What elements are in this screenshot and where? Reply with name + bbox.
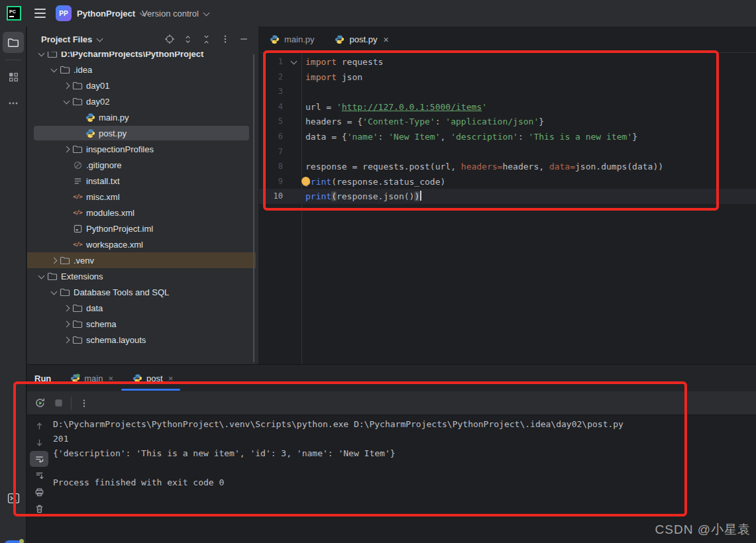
pycharm-logo-icon[interactable]: PC bbox=[7, 6, 21, 21]
close-tab-icon[interactable]: × bbox=[383, 34, 388, 45]
down-stacktrace-button[interactable] bbox=[30, 434, 48, 450]
code-line-2[interactable]: 2import json bbox=[259, 70, 756, 85]
code-line-4[interactable]: 4url = 'http://127.0.0.1:5000/items' bbox=[259, 99, 756, 115]
run-tab-label: post bbox=[146, 373, 163, 383]
version-control-menu[interactable]: Version control bbox=[142, 0, 209, 26]
scroll-end-icon bbox=[34, 471, 44, 481]
project-selector[interactable]: PythonProject bbox=[77, 0, 145, 26]
tree-item-idea[interactable]: .idea bbox=[27, 62, 258, 77]
hide-panel-button[interactable] bbox=[238, 34, 249, 45]
code-line-6[interactable]: 6data = {'name': 'New Item', 'descriptio… bbox=[259, 129, 756, 144]
chevron-right-icon[interactable] bbox=[64, 337, 69, 342]
locate-icon bbox=[164, 34, 175, 44]
run-options-button[interactable] bbox=[77, 396, 91, 411]
python-file-icon bbox=[335, 34, 345, 45]
project-view-selector[interactable]: Project Files bbox=[41, 34, 102, 44]
run-toolwindow-button[interactable] bbox=[4, 540, 23, 543]
chevron-down-icon bbox=[203, 11, 209, 16]
structure-toolwindow-button[interactable] bbox=[3, 66, 24, 87]
console-output[interactable]: D:\PycharmProjects\PythonProject\.venv\S… bbox=[53, 410, 742, 536]
tree-item-pythonproject-iml[interactable]: PythonProject.iml bbox=[27, 221, 258, 236]
run-tab-post[interactable]: post × bbox=[132, 373, 173, 383]
tree-item-workspace-xml[interactable]: </>workspace.xml bbox=[27, 236, 258, 252]
tree-item-database-tools-and-sql[interactable]: Database Tools and SQL bbox=[27, 284, 258, 300]
tab-main-py[interactable]: main.py bbox=[259, 26, 325, 52]
chevron-right-icon[interactable] bbox=[51, 258, 56, 263]
locate-file-button[interactable] bbox=[164, 34, 175, 45]
project-badge[interactable]: PP bbox=[56, 5, 72, 21]
project-toolwindow-button[interactable] bbox=[3, 32, 24, 53]
line-number[interactable]: 7 bbox=[259, 144, 283, 160]
up-stacktrace-button[interactable] bbox=[30, 418, 48, 434]
tree-item-schema-layouts[interactable]: schema.layouts bbox=[27, 332, 258, 348]
code-editor[interactable]: 1import requests2import json34url = 'htt… bbox=[259, 53, 756, 364]
code-line-8[interactable]: 8response = requests.post(url, headers=h… bbox=[259, 159, 756, 174]
tree-item-day01[interactable]: day01 bbox=[27, 77, 258, 93]
tree-item-modules-xml[interactable]: </>modules.xml bbox=[27, 205, 258, 221]
tree-item-main-py[interactable]: main.py bbox=[27, 109, 258, 125]
project-view-title: Project Files bbox=[41, 34, 92, 44]
fold-chevron-icon[interactable] bbox=[291, 59, 296, 64]
python-run-icon bbox=[70, 373, 80, 383]
chevron-right-icon[interactable] bbox=[64, 83, 69, 88]
stop-button[interactable] bbox=[51, 396, 66, 411]
tree-item-extensions[interactable]: Extensions bbox=[27, 268, 258, 284]
code-text: data = {'name': 'New Item', 'description… bbox=[305, 129, 637, 144]
scroll-to-end-button[interactable] bbox=[30, 468, 48, 483]
collapse-all-button[interactable] bbox=[201, 34, 212, 45]
line-number[interactable]: 10 bbox=[259, 189, 283, 204]
tree-item-data[interactable]: data bbox=[27, 300, 258, 316]
trash-icon bbox=[34, 504, 44, 514]
code-line-9[interactable]: 9print(response.status_code) bbox=[259, 174, 756, 189]
code-line-10[interactable]: 10print(response.json()) bbox=[259, 189, 756, 204]
code-line-7[interactable]: 7 bbox=[259, 144, 756, 160]
stop-icon bbox=[54, 398, 64, 408]
tree-item-misc-xml[interactable]: </>misc.xml bbox=[27, 189, 258, 205]
line-number[interactable]: 5 bbox=[259, 114, 283, 129]
code-line-5[interactable]: 5headers = {'Content-Type': 'application… bbox=[259, 114, 756, 129]
line-number[interactable]: 9 bbox=[259, 174, 283, 189]
close-tab-icon[interactable]: × bbox=[168, 373, 174, 383]
line-number[interactable]: 4 bbox=[259, 99, 283, 115]
tree-item-schema[interactable]: schema bbox=[27, 316, 258, 332]
tree-item-gitignore[interactable]: .gitignore bbox=[27, 157, 258, 173]
chevron-right-icon[interactable] bbox=[64, 305, 69, 311]
line-number[interactable]: 6 bbox=[259, 129, 283, 144]
line-number[interactable]: 2 bbox=[259, 70, 283, 85]
tree-scrollbar[interactable] bbox=[253, 54, 254, 362]
rerun-button[interactable] bbox=[32, 396, 47, 411]
folder-icon bbox=[60, 255, 70, 266]
tree-item-day02[interactable]: day02 bbox=[27, 93, 258, 109]
code-line-1[interactable]: 1import requests bbox=[259, 54, 756, 70]
main-menu-button[interactable] bbox=[34, 9, 46, 18]
chevron-down-icon[interactable] bbox=[64, 99, 69, 104]
code-text: print(response.status_code) bbox=[305, 174, 445, 189]
tree-item-post-py[interactable]: post.py bbox=[27, 125, 258, 141]
run-tab-main[interactable]: main × bbox=[70, 373, 113, 383]
terminal-toolwindow-button[interactable] bbox=[3, 487, 24, 509]
more-toolwindows-button[interactable] bbox=[3, 93, 24, 114]
print-button[interactable] bbox=[30, 484, 48, 500]
code-line-3[interactable]: 3 bbox=[259, 84, 756, 99]
tree-item-inspectionprofiles[interactable]: inspectionProfiles bbox=[27, 141, 258, 157]
expand-all-button[interactable] bbox=[182, 34, 193, 45]
folder-icon bbox=[72, 80, 83, 91]
chevron-down-icon[interactable] bbox=[38, 273, 44, 279]
close-tab-icon[interactable]: × bbox=[108, 373, 113, 383]
tree-item-d-pycharmprojects-pythonproject[interactable]: D:\PycharmProjects\PythonProject bbox=[27, 52, 258, 62]
chevron-right-icon[interactable] bbox=[64, 146, 69, 152]
chevron-down-icon[interactable] bbox=[51, 67, 56, 72]
line-number[interactable]: 8 bbox=[259, 159, 283, 174]
line-number[interactable]: 1 bbox=[259, 54, 283, 70]
chevron-down-icon[interactable] bbox=[51, 289, 56, 295]
chevron-down-icon[interactable] bbox=[38, 52, 44, 56]
chevron-right-icon[interactable] bbox=[64, 321, 69, 326]
tree-item-install-txt[interactable]: install.txt bbox=[27, 173, 258, 189]
tab-post-py[interactable]: post.py × bbox=[325, 26, 399, 52]
tree-item-venv[interactable]: .venv bbox=[27, 252, 258, 268]
panel-options-button[interactable] bbox=[219, 34, 231, 45]
line-number[interactable]: 3 bbox=[259, 84, 283, 99]
clear-console-button[interactable] bbox=[30, 501, 48, 517]
soft-wrap-button[interactable] bbox=[30, 451, 48, 467]
intention-bulb-icon[interactable] bbox=[301, 177, 310, 185]
